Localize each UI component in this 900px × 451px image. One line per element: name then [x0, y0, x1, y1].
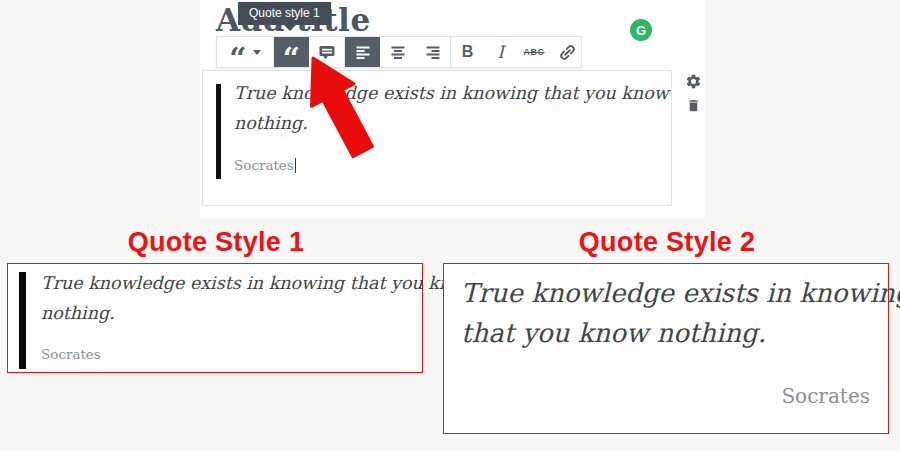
grammarly-letter: G: [636, 23, 646, 38]
quote-left-border: [19, 272, 26, 369]
pullquote-icon: [318, 43, 336, 61]
quote-block[interactable]: True knowledge exists in knowing that yo…: [202, 70, 672, 206]
grammarly-badge[interactable]: G: [630, 19, 652, 41]
quote-icon: “: [283, 51, 300, 67]
quote-text: True knowledge exists in knowing that yo…: [461, 273, 900, 353]
align-left-button[interactable]: [345, 37, 380, 67]
delete-block-button[interactable]: [686, 97, 701, 114]
toolbar-group-align: [345, 37, 451, 67]
page: Add title Quote style 1 “ “: [0, 0, 900, 451]
link-button[interactable]: [551, 37, 584, 67]
align-left-icon: [354, 43, 372, 61]
strikethrough-label: ABC: [524, 47, 545, 57]
quote-citation-field[interactable]: Socrates: [234, 157, 296, 173]
align-center-icon: [389, 43, 407, 61]
quote-text: True knowledge exists in knowing that yo…: [41, 268, 476, 328]
link-icon: [558, 43, 577, 62]
quote-line-1: True knowledge exists in knowing that yo…: [41, 268, 476, 298]
pullquote-button[interactable]: [309, 37, 344, 67]
align-center-button[interactable]: [380, 37, 415, 67]
quote-citation: Socrates: [41, 346, 101, 362]
italic-label: I: [497, 42, 504, 62]
quote-style-2-example: True knowledge exists in knowing that yo…: [443, 263, 889, 434]
bold-button[interactable]: B: [451, 37, 484, 67]
toolbar-group-quote-styles: “: [274, 37, 345, 67]
quote-citation: Socrates: [781, 384, 870, 408]
quote-icon: “: [229, 51, 246, 67]
trash-icon: [686, 97, 701, 114]
quote-left-border: [216, 84, 221, 179]
quote-line-1: True knowledge exists in knowing that yo…: [234, 78, 669, 108]
bold-label: B: [462, 43, 474, 61]
quote-style-1-heading: Quote Style 1: [0, 227, 432, 258]
quote-line-2: nothing.: [41, 298, 476, 328]
text-cursor: [295, 158, 296, 173]
toolbar-group-format: B I ABC: [451, 37, 584, 67]
quote-line-2: that you know nothing.: [461, 313, 900, 353]
quote-style-1-example: True knowledge exists in knowing that yo…: [7, 263, 423, 373]
strikethrough-button[interactable]: ABC: [517, 37, 551, 67]
chevron-down-icon: [253, 50, 261, 55]
quote-style-1-button[interactable]: “: [274, 37, 309, 67]
block-toolbar: “ “: [216, 36, 582, 68]
quote-text[interactable]: True knowledge exists in knowing that yo…: [234, 78, 669, 138]
tooltip-quote-style-1: Quote style 1: [238, 2, 331, 25]
quote-style-2-heading: Quote Style 2: [443, 227, 891, 258]
align-right-button[interactable]: [415, 37, 450, 67]
gear-icon: [685, 73, 702, 90]
quote-line-2: nothing.: [234, 108, 669, 138]
align-right-icon: [424, 43, 442, 61]
italic-button[interactable]: I: [484, 37, 517, 67]
settings-button[interactable]: [685, 73, 702, 90]
block-switcher-button[interactable]: “: [217, 37, 273, 67]
quote-line-1: True knowledge exists in knowing: [461, 273, 900, 313]
toolbar-group-switcher: “: [217, 37, 274, 67]
quote-citation: Socrates: [234, 157, 294, 173]
